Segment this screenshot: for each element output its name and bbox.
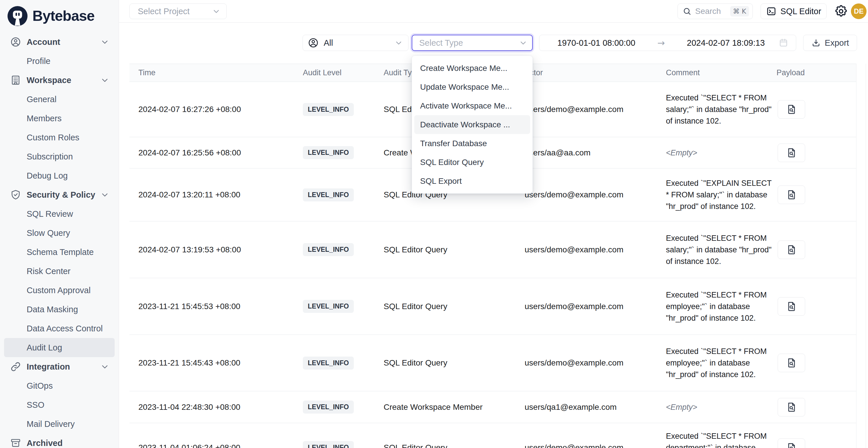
dropdown-item-create-workspace-member[interactable]: Create Workspace Me... (414, 59, 530, 77)
sidebar-item-sso[interactable]: SSO (4, 395, 115, 414)
cell-comment: Executed `"SELECT * FROM employee;"` in … (666, 278, 776, 335)
cell-comment: Executed `"SELECT * FROM department;"` i… (666, 423, 776, 448)
search-icon (682, 7, 692, 16)
calendar-icon (778, 38, 789, 48)
export-button[interactable]: Export (803, 35, 857, 51)
cell-time: 2024-02-07 16:27:26 +08:00 (129, 82, 303, 137)
type-filter-dropdown: Create Workspace Me... Update Workspace … (412, 56, 533, 194)
avatar-initials: DE (854, 7, 863, 15)
table-right-border (856, 64, 857, 448)
shield-check-icon (10, 189, 22, 200)
cell-comment: <Empty> (666, 403, 697, 412)
sidebar-item-members[interactable]: Members (4, 109, 115, 128)
file-search-icon (786, 147, 797, 159)
audit-level-badge: LEVEL_INFO (303, 103, 354, 116)
scrollbar-track[interactable] (866, 64, 866, 448)
dropdown-item-deactivate-workspace-member[interactable]: Deactivate Workspace ... (414, 115, 530, 134)
archive-icon (10, 437, 22, 448)
cell-time: 2023-11-04 01:06:24 +08:00 (129, 423, 303, 448)
payload-view-button[interactable] (778, 297, 805, 316)
payload-view-button[interactable] (778, 398, 805, 416)
cell-time: 2023-11-21 15:45:43 +08:00 (129, 335, 303, 391)
search-placeholder: Search (695, 7, 730, 16)
payload-view-button[interactable] (778, 241, 805, 259)
cell-actor: users/demo@example.com (525, 221, 666, 278)
col-header-actor: Actor (525, 64, 666, 82)
cell-comment: Executed `"SELECT * FROM salary;"` in da… (666, 221, 776, 278)
user-circle-icon (308, 37, 319, 49)
col-header-time: Time (129, 64, 303, 82)
payload-view-button[interactable] (778, 439, 805, 448)
link-icon (10, 361, 22, 373)
cell-actor: users/demo@example.com (525, 335, 666, 391)
sidebar-item-debug-log[interactable]: Debug Log (4, 166, 115, 185)
sidebar-item-mail-delivery[interactable]: Mail Delivery (4, 414, 115, 434)
gear-icon[interactable] (834, 4, 848, 18)
brand-logo[interactable]: Bytebase (0, 0, 119, 28)
sidebar-item-custom-approval[interactable]: Custom Approval (4, 281, 115, 300)
file-search-icon (786, 357, 797, 369)
audit-level-badge: LEVEL_INFO (303, 357, 354, 370)
search-shortcut-badge: ⌘ K (730, 6, 749, 17)
cell-comment: Executed `"SELECT * FROM salary;"` in da… (666, 82, 776, 137)
sidebar-item-risk-center[interactable]: Risk Center (4, 262, 115, 281)
file-search-icon (786, 442, 797, 448)
sidebar-item-account[interactable]: Account (4, 32, 115, 52)
type-filter-select[interactable]: Select Type (412, 35, 533, 51)
dropdown-item-transfer-database[interactable]: Transfer Database (414, 134, 530, 153)
payload-view-button[interactable] (778, 186, 805, 204)
payload-view-button[interactable] (778, 100, 805, 119)
dropdown-item-update-workspace-member[interactable]: Update Workspace Me... (414, 77, 530, 96)
project-select[interactable]: Select Project (129, 3, 227, 19)
cell-actor: users/aa@aa.com (525, 137, 666, 168)
user-circle-icon (10, 36, 22, 48)
chevron-down-icon (100, 37, 110, 46)
sidebar-item-schema-template[interactable]: Schema Template (4, 243, 115, 262)
sidebar-item-general[interactable]: General (4, 90, 115, 109)
chevron-down-icon (519, 38, 528, 47)
dropdown-item-sql-editor-query[interactable]: SQL Editor Query (414, 153, 530, 171)
dropdown-item-activate-workspace-member[interactable]: Activate Workspace Me... (414, 96, 530, 115)
cell-audit-type: SQL Editor Query (383, 423, 525, 448)
sidebar-item-profile[interactable]: Profile (4, 52, 115, 71)
file-search-icon (786, 104, 797, 115)
chevron-down-icon (100, 190, 110, 199)
audit-level-badge: LEVEL_INFO (303, 243, 354, 256)
payload-view-button[interactable] (778, 143, 805, 162)
avatar[interactable]: DE (851, 3, 867, 19)
sidebar-item-integration[interactable]: Integration (4, 357, 115, 376)
sidebar-item-workspace[interactable]: Workspace (4, 71, 115, 90)
sql-editor-button[interactable]: SQL Editor (761, 3, 827, 19)
cell-actor: users/demo@example.com (525, 168, 666, 221)
dropdown-item-sql-export[interactable]: SQL Export (414, 171, 530, 190)
bytebase-app: Bytebase Account Profile Workspace Gener… (0, 0, 868, 448)
date-range-picker[interactable]: 1970-01-01 08:00:00 → 2024-02-07 18:09:1… (539, 35, 796, 51)
terminal-icon (766, 6, 776, 17)
bytebase-logo-icon (7, 6, 28, 26)
cell-time: 2024-02-07 13:20:11 +08:00 (129, 168, 303, 221)
cell-actor: users/demo@example.com (525, 278, 666, 335)
file-search-icon (786, 301, 797, 312)
sidebar-item-custom-roles[interactable]: Custom Roles (4, 128, 115, 147)
sidebar-item-gitops[interactable]: GitOps (4, 376, 115, 395)
table-row: 2023-11-21 15:45:53 +08:00 LEVEL_INFO SQ… (129, 278, 857, 335)
sidebar-item-sql-review[interactable]: SQL Review (4, 204, 115, 223)
actor-filter-select[interactable]: All (303, 35, 408, 51)
cell-audit-type: SQL Editor Query (383, 221, 525, 278)
sidebar-item-archived[interactable]: Archived (4, 434, 115, 448)
sidebar-item-security-policy[interactable]: Security & Policy (4, 185, 115, 204)
audit-level-badge: LEVEL_INFO (303, 401, 354, 414)
col-header-payload: Payload (776, 64, 857, 82)
chevron-down-icon (100, 362, 110, 371)
sidebar-item-audit-log[interactable]: Audit Log (4, 338, 115, 357)
audit-level-badge: LEVEL_INFO (303, 441, 354, 448)
sidebar-item-data-masking[interactable]: Data Masking (4, 300, 115, 319)
cell-time: 2024-02-07 16:25:56 +08:00 (129, 137, 303, 168)
sidebar-item-slow-query[interactable]: Slow Query (4, 223, 115, 243)
payload-view-button[interactable] (778, 354, 805, 372)
sidebar-item-data-access-control[interactable]: Data Access Control (4, 319, 115, 338)
cell-actor: users/demo@example.com (525, 82, 666, 137)
sidebar-item-subscription[interactable]: Subscription (4, 147, 115, 166)
cell-time: 2023-11-04 22:48:30 +08:00 (129, 391, 303, 423)
search-input[interactable]: Search ⌘ K (678, 3, 753, 19)
